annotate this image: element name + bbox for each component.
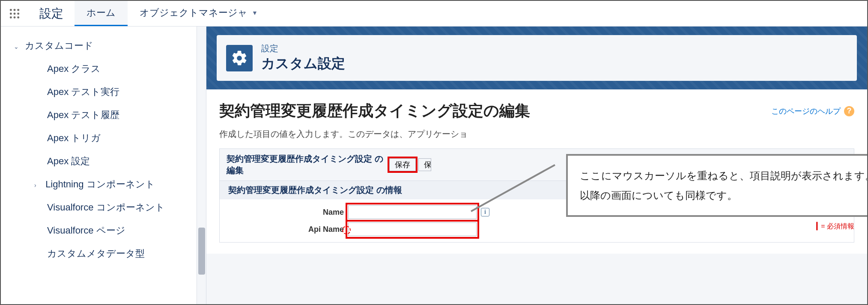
- svg-point-0: [10, 9, 12, 11]
- sidebar-parent-custom-code[interactable]: ⌄ カスタムコード: [1, 34, 206, 57]
- setup-sidebar: ⌄ カスタムコード Apex クラス Apex テスト実行 Apex テスト履歴…: [1, 27, 206, 305]
- field-help-badge[interactable]: [342, 226, 351, 234]
- annotation-callout: ここにマウスカーソルを重ねると、項目説明が表示されます。 以降の画面についても同…: [566, 154, 868, 217]
- page-header-card: 設定 カスタム設定: [217, 35, 857, 81]
- section-header-title: 契約管理変更履歴作成タイミング設定 の編集: [227, 153, 389, 176]
- api-name-input[interactable]: [348, 222, 477, 236]
- layout: ⌄ カスタムコード Apex クラス Apex テスト実行 Apex テスト履歴…: [1, 27, 867, 305]
- help-link[interactable]: このページのヘルプ ?: [771, 106, 854, 116]
- svg-point-5: [17, 12, 19, 15]
- chevron-down-icon: ▼: [252, 9, 258, 16]
- page-header-banner: 設定 カスタム設定: [206, 27, 867, 89]
- scrollbar-thumb[interactable]: [198, 228, 205, 275]
- svg-point-8: [17, 16, 19, 18]
- svg-point-2: [17, 9, 19, 11]
- callout-line-2: 以降の画面についても同様です。: [580, 186, 868, 205]
- sidebar-item-custom-metadata[interactable]: カスタムメタデータ型: [1, 242, 206, 265]
- api-name-label-text: Api Name: [308, 225, 344, 234]
- top-navigation: 設定 ホーム オブジェクトマネージャ ▼: [1, 1, 867, 27]
- name-label-text: Name: [323, 208, 344, 216]
- sidebar-subparent-label: Lightning コンポーネント: [45, 179, 155, 190]
- name-label: Name: [220, 208, 348, 217]
- callout-line-1: ここにマウスカーソルを重ねると、項目説明が表示されます。: [580, 166, 868, 186]
- name-input[interactable]: [348, 205, 477, 219]
- sidebar-item-apex-classes[interactable]: Apex クラス: [1, 57, 206, 80]
- app-launcher-button[interactable]: [1, 1, 28, 26]
- gear-icon: [226, 45, 253, 71]
- sidebar-item-vf-pages[interactable]: Visualforce ページ: [1, 219, 206, 242]
- sidebar-item-apex-settings[interactable]: Apex 設定: [1, 150, 206, 173]
- sidebar-item-label: Apex 設定: [47, 156, 90, 166]
- sidebar-parent-label: カスタムコード: [25, 40, 93, 51]
- required-legend: ┃ = 必須情報: [815, 222, 854, 231]
- svg-point-7: [14, 16, 16, 18]
- caret-down-icon: ⌄: [14, 43, 22, 50]
- page-header-text: 設定 カスタム設定: [261, 43, 345, 73]
- button-row: 保存 保: [389, 158, 431, 171]
- waffle-icon: [9, 8, 20, 19]
- help-icon: ?: [844, 106, 854, 116]
- sidebar-item-apex-test-history[interactable]: Apex テスト履歴: [1, 104, 206, 127]
- sidebar-item-label: Visualforce ページ: [47, 225, 125, 236]
- save-and-new-button[interactable]: 保: [418, 158, 431, 171]
- sidebar-item-label: Apex テスト履歴: [47, 110, 119, 120]
- sidebar-item-apex-triggers[interactable]: Apex トリガ: [1, 127, 206, 150]
- sidebar-item-label: Apex トリガ: [47, 133, 101, 143]
- sidebar-item-apex-test-exec[interactable]: Apex テスト実行: [1, 80, 206, 104]
- sidebar-subparent-lightning[interactable]: › Lightning コンポーネント: [1, 173, 206, 196]
- sidebar-item-label: カスタムメタデータ型: [47, 248, 145, 259]
- svg-point-1: [14, 9, 16, 11]
- sidebar-item-vf-components[interactable]: Visualforce コンポーネント: [1, 196, 206, 219]
- required-marker: ┃: [815, 222, 819, 230]
- tab-home[interactable]: ホーム: [75, 1, 128, 26]
- page-title-row: 契約管理変更履歴作成タイミング設定の編集 このページのヘルプ ?: [219, 101, 854, 121]
- app-name: 設定: [28, 1, 75, 26]
- sidebar-scrollbar[interactable]: [197, 27, 206, 305]
- page-description: 作成した項目の値を入力します。このデータは、アプリケーショ: [219, 128, 854, 140]
- sidebar-item-label: Apex テスト実行: [47, 86, 119, 97]
- help-link-label: このページのヘルプ: [771, 106, 841, 116]
- page-header-eyebrow: 設定: [261, 43, 345, 54]
- svg-point-6: [10, 16, 12, 18]
- tab-home-label: ホーム: [87, 6, 116, 19]
- form-row-api-name: Api Name: [220, 221, 854, 238]
- svg-point-4: [14, 12, 16, 15]
- api-name-label: Api Name: [220, 225, 348, 234]
- required-legend-text: = 必須情報: [821, 222, 854, 230]
- info-icon[interactable]: i: [481, 208, 489, 216]
- save-button[interactable]: 保存: [389, 158, 416, 171]
- tab-object-manager[interactable]: オブジェクトマネージャ ▼: [128, 1, 270, 26]
- sidebar-item-label: Visualforce コンポーネント: [47, 202, 165, 213]
- main-content: 設定 カスタム設定 契約管理変更履歴作成タイミング設定の編集 このページのヘルプ…: [206, 27, 867, 305]
- caret-right-icon: ›: [34, 182, 43, 189]
- tab-object-manager-label: オブジェクトマネージャ: [140, 6, 248, 19]
- svg-point-3: [10, 12, 12, 15]
- page-title: 契約管理変更履歴作成タイミング設定の編集: [219, 101, 530, 121]
- page-header-title: カスタム設定: [261, 54, 345, 73]
- sidebar-item-label: Apex クラス: [47, 63, 101, 74]
